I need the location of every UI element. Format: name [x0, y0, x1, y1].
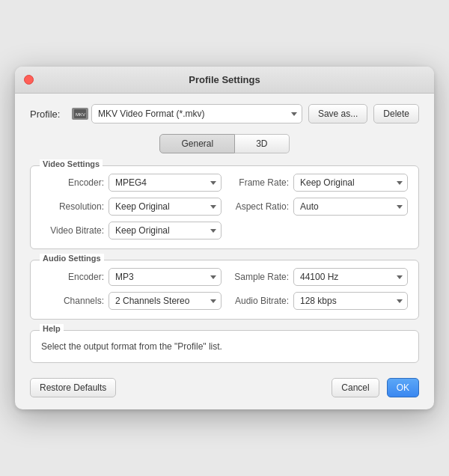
channels-label: Channels: — [41, 296, 104, 306]
bottom-right-buttons: Cancel OK — [332, 378, 419, 397]
audio-bitrate-label: Audio Bitrate: — [227, 296, 289, 306]
audio-col-right: Sample Rate: 44100 Hz Audio Bitrate: 128… — [227, 268, 408, 310]
sample-rate-row: Sample Rate: 44100 Hz — [227, 268, 408, 286]
cancel-button[interactable]: Cancel — [332, 378, 379, 397]
restore-defaults-button[interactable]: Restore Defaults — [30, 378, 116, 397]
video-col-left: Encoder: MPEG4 Resolution: Keep Original… — [41, 174, 222, 239]
profile-icon: MKV — [72, 108, 88, 120]
audio-bitrate-row: Audio Bitrate: 128 kbps — [227, 292, 408, 310]
video-bitrate-label: Video Bitrate: — [41, 225, 104, 236]
help-section: Help Select the output format from the "… — [30, 330, 419, 363]
encoder-row: Encoder: MPEG4 — [41, 174, 222, 192]
sample-rate-select[interactable]: 44100 Hz — [293, 268, 408, 286]
sample-rate-label: Sample Rate: — [227, 272, 289, 282]
profile-settings-window: Profile Settings Profile: MKV MKV Video … — [15, 67, 434, 409]
profile-dropdown[interactable]: MKV Video Format (*.mkv) — [91, 104, 302, 123]
encoder-select[interactable]: MPEG4 — [109, 174, 222, 192]
audio-encoder-select[interactable]: MP3 — [109, 268, 222, 286]
channels-select[interactable]: 2 Channels Stereo — [109, 292, 222, 310]
aspect-ratio-select[interactable]: Auto — [293, 198, 408, 216]
audio-settings-section: Audio Settings Encoder: MP3 Channels: 2 … — [30, 260, 419, 320]
audio-settings-label: Audio Settings — [40, 254, 104, 263]
frame-rate-select[interactable]: Keep Original — [293, 174, 408, 192]
help-text: Select the output format from the "Profi… — [41, 341, 408, 352]
video-bitrate-row: Video Bitrate: Keep Original — [41, 222, 222, 239]
window-title: Profile Settings — [189, 74, 260, 85]
frame-rate-row: Frame Rate: Keep Original — [227, 174, 408, 192]
video-col-right: Frame Rate: Keep Original Aspect Ratio: … — [227, 174, 408, 239]
frame-rate-label: Frame Rate: — [227, 177, 289, 188]
audio-encoder-row: Encoder: MP3 — [41, 268, 222, 286]
video-settings-grid: Encoder: MPEG4 Resolution: Keep Original… — [41, 174, 408, 239]
profile-row: Profile: MKV MKV Video Format (*.mkv) Sa… — [30, 104, 419, 123]
audio-settings-grid: Encoder: MP3 Channels: 2 Channels Stereo — [41, 268, 408, 310]
video-bitrate-select[interactable]: Keep Original — [109, 222, 222, 239]
save-as-button[interactable]: Save as... — [308, 104, 367, 123]
resolution-label: Resolution: — [41, 201, 104, 212]
mkv-icon: MKV — [74, 109, 86, 118]
title-bar: Profile Settings — [15, 67, 434, 94]
tab-3d[interactable]: 3D — [235, 134, 289, 153]
profile-select-wrap: MKV MKV Video Format (*.mkv) — [72, 104, 302, 123]
video-settings-section: Video Settings Encoder: MPEG4 Resolution… — [30, 165, 419, 249]
channels-row: Channels: 2 Channels Stereo — [41, 292, 222, 310]
tab-general[interactable]: General — [159, 134, 235, 153]
audio-encoder-label: Encoder: — [41, 272, 104, 282]
aspect-ratio-label: Aspect Ratio: — [227, 201, 289, 212]
aspect-ratio-row: Aspect Ratio: Auto — [227, 198, 408, 216]
profile-label: Profile: — [30, 109, 66, 120]
svg-text:MKV: MKV — [76, 112, 85, 117]
audio-bitrate-select[interactable]: 128 kbps — [293, 292, 408, 310]
video-settings-label: Video Settings — [40, 159, 103, 168]
close-button[interactable] — [24, 75, 34, 85]
bottom-bar: Restore Defaults Cancel OK — [30, 375, 419, 397]
encoder-label: Encoder: — [41, 177, 104, 188]
delete-button[interactable]: Delete — [373, 104, 419, 123]
help-label: Help — [40, 324, 64, 333]
ok-button[interactable]: OK — [387, 378, 419, 397]
resolution-row: Resolution: Keep Original — [41, 198, 222, 216]
tabs-row: General 3D — [30, 134, 419, 153]
audio-col-left: Encoder: MP3 Channels: 2 Channels Stereo — [41, 268, 222, 310]
resolution-select[interactable]: Keep Original — [109, 198, 222, 216]
